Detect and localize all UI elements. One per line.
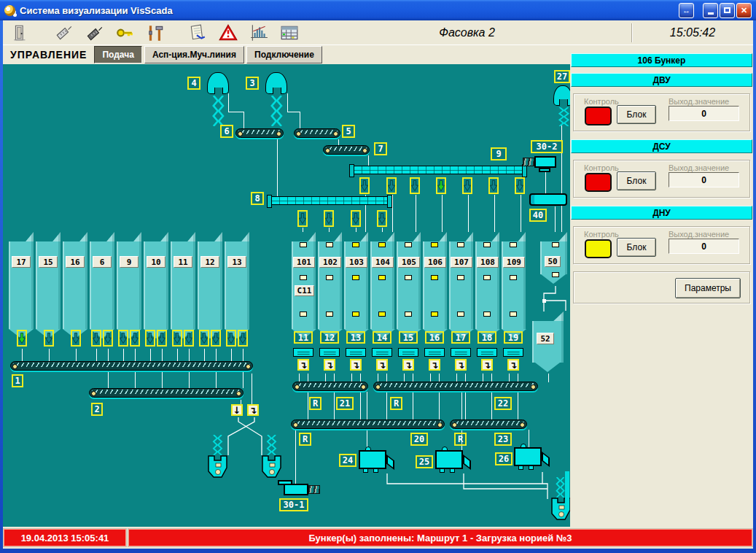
packer-25[interactable] xyxy=(435,450,463,469)
flow-arrow-icon[interactable] xyxy=(184,330,194,347)
tools-icon[interactable] xyxy=(140,22,171,44)
flow-arrow-icon[interactable] xyxy=(157,330,167,347)
flow-arrow-icon[interactable] xyxy=(211,330,221,347)
equipment-label-25[interactable]: 25 xyxy=(416,455,433,468)
outlet-valve-icon[interactable]: ↴ xyxy=(297,359,309,371)
report-table-icon[interactable] xyxy=(274,22,305,44)
flow-arrow-icon[interactable] xyxy=(488,177,499,194)
elevator-head-4[interactable] xyxy=(207,72,229,94)
elevator-head-3[interactable] xyxy=(265,72,287,94)
flow-arrow-icon[interactable] xyxy=(410,177,420,194)
silo-11[interactable] xyxy=(171,232,195,329)
serial-plug-dark-icon[interactable] xyxy=(79,22,109,44)
conveyor-22[interactable] xyxy=(373,382,538,391)
flow-arrow-icon[interactable] xyxy=(515,177,525,194)
conveyor-2[interactable] xyxy=(89,388,243,398)
conveyor-6[interactable] xyxy=(235,128,284,138)
equipment-label-1[interactable]: 1 xyxy=(12,374,23,387)
flow-arrow-icon[interactable] xyxy=(297,210,308,227)
flow-arrow-icon[interactable] xyxy=(199,330,209,347)
equipment-label-22[interactable]: 22 xyxy=(494,397,512,410)
screw-conveyor-8[interactable] xyxy=(270,196,389,205)
equipment-label-R[interactable]: R xyxy=(299,433,311,446)
elevator-head-27[interactable] xyxy=(553,85,570,106)
exit-door-icon[interactable] xyxy=(6,22,36,44)
conveyor-20[interactable] xyxy=(291,419,445,429)
packer-24[interactable] xyxy=(359,450,386,469)
params-button[interactable]: Параметры xyxy=(675,278,741,298)
conveyor-1[interactable] xyxy=(10,361,253,371)
drum-40[interactable] xyxy=(529,193,567,206)
flow-arrow-icon[interactable] xyxy=(44,330,54,347)
equipment-label-27[interactable]: 27 xyxy=(554,70,570,83)
silo-10[interactable] xyxy=(144,232,168,329)
conveyor-5[interactable] xyxy=(294,128,340,138)
equipment-label-40[interactable]: 40 xyxy=(529,209,547,222)
conveyor-7[interactable] xyxy=(323,145,370,155)
flow-arrow-icon[interactable] xyxy=(145,330,155,347)
feeder-30-1[interactable] xyxy=(284,484,308,495)
outlet-valve-icon[interactable]: ↴ xyxy=(455,359,467,371)
serial-plug-icon[interactable] xyxy=(48,22,79,44)
flow-arrow-icon[interactable] xyxy=(351,210,361,227)
equipment-label-8[interactable]: 8 xyxy=(251,192,264,205)
silo-16[interactable] xyxy=(63,232,87,329)
silo-6[interactable] xyxy=(90,232,114,329)
screw-conveyor-9[interactable] xyxy=(353,166,523,174)
equipment-label-30-1[interactable]: 30-1 xyxy=(279,498,308,511)
conveyor-23[interactable] xyxy=(450,419,527,429)
feeder-30-2[interactable] xyxy=(534,156,556,168)
equipment-label-5[interactable]: 5 xyxy=(342,125,355,138)
minimize-button[interactable] xyxy=(703,3,718,18)
outlet-label-11[interactable]: 11 xyxy=(294,331,313,344)
outlet-label-13[interactable]: 13 xyxy=(346,331,365,344)
tab-aspiration-line[interactable]: Асп-ция.Муч.линия xyxy=(144,46,244,63)
maximize-button[interactable] xyxy=(720,3,735,18)
diverter-down-icon[interactable]: ↓ xyxy=(231,404,243,416)
equipment-label-R[interactable]: R xyxy=(309,397,322,410)
conveyor-21[interactable] xyxy=(292,382,368,391)
flow-arrow-icon[interactable] xyxy=(386,177,397,194)
equipment-label-23[interactable]: 23 xyxy=(494,433,512,446)
alarm-warning-icon[interactable] xyxy=(213,22,243,44)
equipment-label-24[interactable]: 24 xyxy=(339,454,356,467)
outlet-label-14[interactable]: 14 xyxy=(373,331,391,344)
outlet-valve-icon[interactable]: ↴ xyxy=(350,359,362,371)
outlet-label-15[interactable]: 15 xyxy=(399,331,418,344)
equipment-label-R[interactable]: R xyxy=(454,433,467,446)
journal-hand-icon[interactable] xyxy=(182,22,213,44)
flow-arrow-icon[interactable] xyxy=(359,177,370,194)
flow-arrow-icon[interactable] xyxy=(91,330,101,347)
flow-arrow-icon[interactable] xyxy=(17,330,27,347)
tab-podacha[interactable]: Подача xyxy=(94,46,141,63)
trend-chart-icon[interactable] xyxy=(243,22,274,44)
outlet-label-12[interactable]: 12 xyxy=(320,331,339,344)
control-indicator-dnu[interactable] xyxy=(585,239,612,258)
outlet-valve-icon[interactable]: ↴ xyxy=(324,359,335,371)
control-indicator-dsu[interactable] xyxy=(585,173,612,192)
outlet-label-19[interactable]: 19 xyxy=(504,331,523,344)
flow-arrow-icon[interactable] xyxy=(226,330,236,347)
block-button-dsu[interactable]: Блок xyxy=(617,171,656,190)
close-button[interactable]: ✕ xyxy=(736,3,752,18)
outlet-valve-icon[interactable]: ↴ xyxy=(429,359,440,371)
equipment-label-21[interactable]: 21 xyxy=(336,397,354,410)
outlet-valve-icon[interactable]: ↴ xyxy=(402,359,414,371)
equipment-label-6[interactable]: 6 xyxy=(220,125,233,138)
flow-arrow-icon[interactable] xyxy=(377,210,387,227)
equipment-label-9[interactable]: 9 xyxy=(491,147,507,161)
equipment-label-3[interactable]: 3 xyxy=(246,77,259,90)
flow-arrow-icon[interactable] xyxy=(436,177,446,194)
title-bar[interactable]: Система визуализации VisScada ↔ ✕ xyxy=(0,0,756,20)
flow-arrow-icon[interactable] xyxy=(238,330,248,347)
outlet-label-18[interactable]: 18 xyxy=(478,331,496,344)
packer-26[interactable] xyxy=(514,447,542,466)
silo-15[interactable] xyxy=(36,232,61,329)
flow-arrow-icon[interactable] xyxy=(103,330,113,347)
outlet-valve-icon[interactable]: ↴ xyxy=(481,359,493,371)
equipment-label-2[interactable]: 2 xyxy=(91,403,103,416)
equipment-label-26[interactable]: 26 xyxy=(495,452,513,465)
equipment-label-4[interactable]: 4 xyxy=(187,77,200,90)
outlet-valve-icon[interactable]: ↴ xyxy=(507,359,519,371)
silo-12[interactable] xyxy=(198,232,222,329)
